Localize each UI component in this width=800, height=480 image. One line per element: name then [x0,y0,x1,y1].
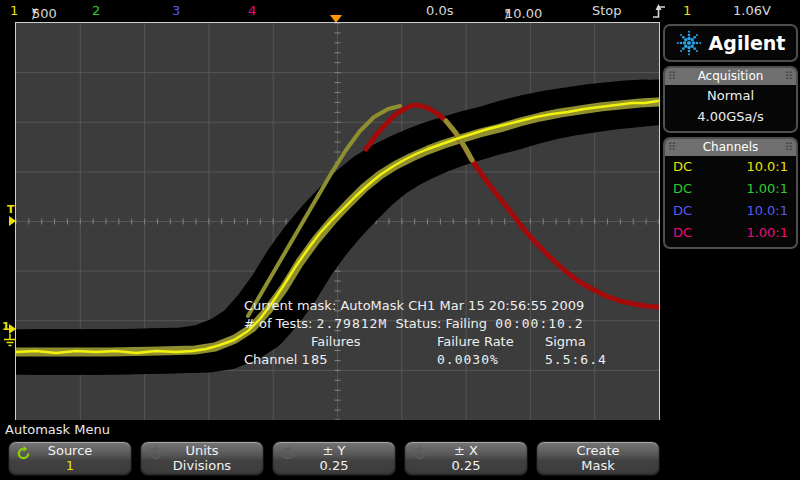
mask-results-row: Channel 1 85 0.0030% 5.5:6.4 [244,351,654,369]
trigger-source: 1 [683,3,691,18]
acquisition-header[interactable]: ⠿ Acquisition ⠿ [665,68,796,85]
status-bar: 1 500mV/ 2 3 4 0.0s 10.00ns/ Stop 1 1.06… [0,0,800,22]
tests-count: 2.79812M [317,316,388,331]
ch4-number: 4 [248,3,256,18]
result-channel: Channel 1 [244,352,310,367]
mask-test-readout: Current mask: AutoMask CH1 Mar 15 20:56:… [244,297,654,369]
agilent-starburst-icon [676,30,702,56]
ch2-number: 2 [92,3,100,18]
run-state: Stop [592,3,622,18]
channel-row-3: DC10.0:1 [665,200,796,222]
result-failure-rate: 0.0030% [437,351,499,369]
softkey-plus-minus-y[interactable]: ± Y 0.25 [272,441,396,476]
trigger-level: 1.06V [733,3,771,18]
channels-panel: ⠿ Channels ⠿ DC10.0:1 DC1.00:1 DC10.0:1 … [663,137,798,249]
acquisition-panel: ⠿ Acquisition ⠿ Normal 4.00GSa/s [663,66,798,133]
grip-icon: ⠿ [668,140,674,156]
delay-readout: 0.0s [426,3,453,18]
waveform-display: Current mask: AutoMask CH1 Mar 15 20:56:… [15,22,660,421]
softkey-units[interactable]: Units Divisions [140,441,264,476]
softkey-source[interactable]: Source 1 [8,441,132,476]
oscilloscope-screen: 1 500mV/ 2 3 4 0.0s 10.00ns/ Stop 1 1.06… [0,0,800,480]
acquisition-mode: Normal [665,85,796,106]
menu-title: Automask Menu [5,422,110,437]
edge-trigger-icon [652,3,667,19]
result-failures: 85 [311,351,328,369]
ch1-number: 1 [10,3,18,18]
grip-icon: ⠿ [785,140,791,156]
brand-panel: Agilent [663,24,798,62]
test-elapsed-time: 00:00:10.2 [495,316,583,331]
mask-name-line: Current mask: AutoMask CH1 Mar 15 20:56:… [244,297,654,315]
softkey-plus-minus-x[interactable]: ± X 0.25 [404,441,528,476]
sample-rate: 4.00GSa/s [665,106,796,131]
ch3-number: 3 [172,3,180,18]
channels-header[interactable]: ⠿ Channels ⠿ [665,139,796,156]
sidebar: Agilent ⠿ Acquisition ⠿ Normal 4.00GSa/s… [662,22,799,480]
channel-row-2: DC1.00:1 [665,178,796,200]
mask-tests-line: # of Tests: 2.79812M Status: Failing 00:… [244,315,654,333]
channel-row-1: DC10.0:1 [665,156,796,178]
grip-icon: ⠿ [785,69,791,85]
grip-icon: ⠿ [668,69,674,85]
softkey-menu: Automask Menu Source 1 Units Divisions ±… [0,420,664,480]
channel-row-4: DC1.00:1 [665,222,796,247]
result-sigma: 5.5:6.4 [545,351,607,369]
trigger-level-marker-label: T [7,203,15,216]
softkey-create-mask[interactable]: Create Mask [536,441,660,476]
mask-columns-header: Failures Failure Rate Sigma [244,333,654,351]
brand-name: Agilent [709,32,786,54]
